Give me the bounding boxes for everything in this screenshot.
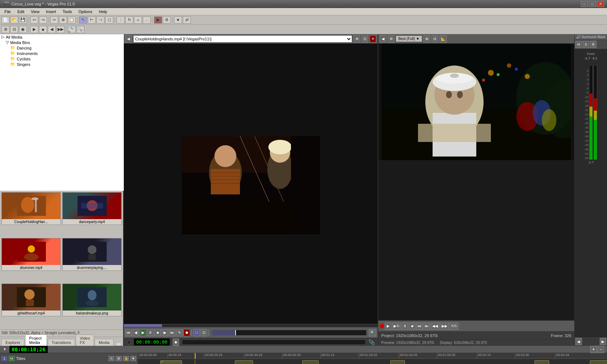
cursor-tool[interactable]: ↖ <box>79 16 87 24</box>
tab-transitions[interactable]: Transitions <box>48 339 75 346</box>
capture-button[interactable]: ◉ <box>19 26 27 33</box>
right-stop-button[interactable]: ■ <box>409 323 415 330</box>
tab-media[interactable]: Media <box>95 339 114 346</box>
zoom-out-button[interactable]: - <box>143 16 151 24</box>
media-tree[interactable]: ▷ All Media ▽ Media Bins 📁 Dancing 📁 Ins… <box>0 34 124 191</box>
menu-view[interactable]: View <box>28 9 43 15</box>
tree-item-all-media[interactable]: ▷ All Media <box>0 34 124 40</box>
tree-item-instruments[interactable]: 📁 Instruments <box>0 51 124 56</box>
render-options-button[interactable]: ⚙ <box>163 16 171 24</box>
timeline-zoom-out[interactable]: 🔍- <box>76 26 84 33</box>
surround-expand-right[interactable]: ▶ <box>600 338 606 345</box>
clip-title-6[interactable] <box>590 360 607 364</box>
preview-nav-left[interactable]: ◀ <box>125 35 132 43</box>
preview-mode-normal[interactable]: □ <box>193 329 200 336</box>
surround-settings[interactable]: ⚙ <box>590 41 596 48</box>
play-button[interactable]: ▶ <box>30 26 38 33</box>
clip-title-2[interactable] <box>235 360 253 364</box>
preview-timecode-display[interactable]: 00:00:00;00 <box>134 339 170 345</box>
track-1-lock[interactable]: 🔒 <box>123 356 129 361</box>
preview-go-end-button[interactable]: ⏭ <box>169 329 176 336</box>
paste-button[interactable]: 📋 <box>68 16 76 24</box>
effects-button[interactable]: ★ <box>174 16 182 24</box>
preview-pause-button[interactable]: ⏸ <box>147 329 154 336</box>
timeline-zoom-in[interactable]: 🔍+ <box>68 26 76 33</box>
menu-tools[interactable]: Tools <box>60 9 75 15</box>
trim-tool[interactable]: ⊢ <box>88 16 96 24</box>
preview-play-button[interactable]: ▶ <box>140 329 146 336</box>
open-button[interactable]: 📂 <box>10 16 18 24</box>
preview-prev-frame-button[interactable]: ◀ <box>133 329 139 336</box>
media-thumb-1[interactable]: danceparty.mp4 <box>62 192 122 225</box>
right-preview-options[interactable]: ⚙ <box>388 35 394 43</box>
playhead[interactable] <box>195 353 196 359</box>
timeline-timecode[interactable]: 00:00:10;26 <box>9 346 48 353</box>
zoom-in-button[interactable]: + <box>134 16 142 24</box>
preview-zoom-button[interactable]: 🔍 <box>369 329 376 336</box>
tree-item-cyclists[interactable]: 📁 Cyclists <box>0 56 124 62</box>
right-prev-frame[interactable]: ◀◀ <box>431 323 440 330</box>
media-thumb-5[interactable]: hairandmakeup.png <box>62 284 122 316</box>
preview-scrubber[interactable] <box>212 330 367 336</box>
media-thumb-4[interactable]: girlwithscarf.mp4 <box>1 284 61 316</box>
track-1-settings[interactable]: ⚙ <box>116 356 122 361</box>
menu-help[interactable]: Help <box>96 9 110 15</box>
timeline-zoom-in-btn[interactable]: + <box>590 346 597 353</box>
media-gen-button[interactable]: ⊞ <box>1 26 9 33</box>
preview-mode-split[interactable]: ⊡ <box>201 329 207 336</box>
media-thumb-2[interactable]: drummer.mp4 <box>1 238 61 271</box>
preview-next-frame-button[interactable]: ▶ <box>162 329 168 336</box>
tree-item-dancing[interactable]: 📁 Dancing <box>0 45 124 51</box>
tab-nav-left[interactable]: ◀ <box>116 342 119 346</box>
track-1-expand[interactable]: ▼ <box>130 356 136 361</box>
preview-go-start-button[interactable]: ⏮ <box>125 329 132 336</box>
timeline-zoom-out-btn[interactable]: - <box>598 346 604 353</box>
rewind-button[interactable]: ◀ <box>48 26 56 33</box>
preview-split-button[interactable]: ⊡ <box>362 35 368 43</box>
surround-mute[interactable]: M <box>575 41 582 48</box>
media-thumb-0[interactable]: CoupleHoldingHan... <box>1 192 61 225</box>
right-next-button[interactable]: ⏭ <box>423 323 430 330</box>
tab-project-media[interactable]: Project Media <box>25 335 47 346</box>
right-play-button[interactable]: ▶ <box>385 323 391 330</box>
transition-button[interactable]: ⇄ <box>183 16 191 24</box>
menu-file[interactable]: File <box>1 9 14 15</box>
save-button[interactable]: 💾 <box>19 16 27 24</box>
stop-button[interactable]: ■ <box>39 26 47 33</box>
track-1-automation[interactable]: A <box>109 356 114 361</box>
close-button[interactable]: ✕ <box>597 1 604 7</box>
undo-button[interactable]: ↩ <box>30 16 38 24</box>
new-button[interactable]: 📄 <box>1 16 9 24</box>
timeline-ruler[interactable]: 00:00:00:00 00:00:15 00:00:29:29 00:00:4… <box>138 353 607 359</box>
right-play-loop-button[interactable]: ▶↻ <box>392 323 401 330</box>
surround-expand-left[interactable]: ◀ <box>575 338 582 345</box>
copy-button[interactable]: ⊕ <box>59 16 67 24</box>
tree-item-singers[interactable]: 📁 Singers <box>0 62 124 67</box>
media-import-button[interactable]: ⊟ <box>10 26 18 33</box>
right-prev-button[interactable]: ⏮ <box>416 323 423 330</box>
right-preview-extra1[interactable]: 📐 <box>440 35 447 43</box>
loop-button[interactable]: ↻ <box>125 16 133 24</box>
maximize-button[interactable]: □ <box>589 1 596 7</box>
media-thumb-3[interactable]: drummerplaying.... <box>62 238 122 271</box>
preview-close-button[interactable]: ✕ <box>370 35 376 43</box>
right-preview-grid-button[interactable]: ⊞ <box>423 35 430 43</box>
render-button[interactable]: ▶ <box>154 16 162 24</box>
right-pause-button[interactable]: ⏸ <box>402 323 408 330</box>
split-tool[interactable]: ⊣ <box>96 16 105 24</box>
cut-button[interactable]: ✂ <box>50 16 58 24</box>
tab-explorer[interactable]: Explorer <box>1 339 24 346</box>
menu-edit[interactable]: Edit <box>15 9 27 15</box>
preview-stop-button[interactable]: ■ <box>154 329 161 336</box>
right-preview-snap-button[interactable]: ⊟ <box>431 35 438 43</box>
tab-nav-right[interactable]: ▶ <box>119 342 122 346</box>
clip-title-4[interactable] <box>390 360 405 364</box>
erase-tool[interactable]: ◻ <box>105 16 113 24</box>
minimize-button[interactable]: ─ <box>581 1 588 7</box>
preview-marker-add[interactable]: ◆ <box>173 339 179 346</box>
track-1-mute[interactable]: M <box>9 356 15 361</box>
forward-button[interactable]: ▶▶ <box>56 26 64 33</box>
preview-selector[interactable]: CoupleHoldingHands.mp4 [I:\VegasPro11\] <box>133 35 352 43</box>
timeline-expand-icon[interactable]: ▼ <box>3 347 7 351</box>
preview-record-button[interactable]: ⏺ <box>184 329 190 336</box>
